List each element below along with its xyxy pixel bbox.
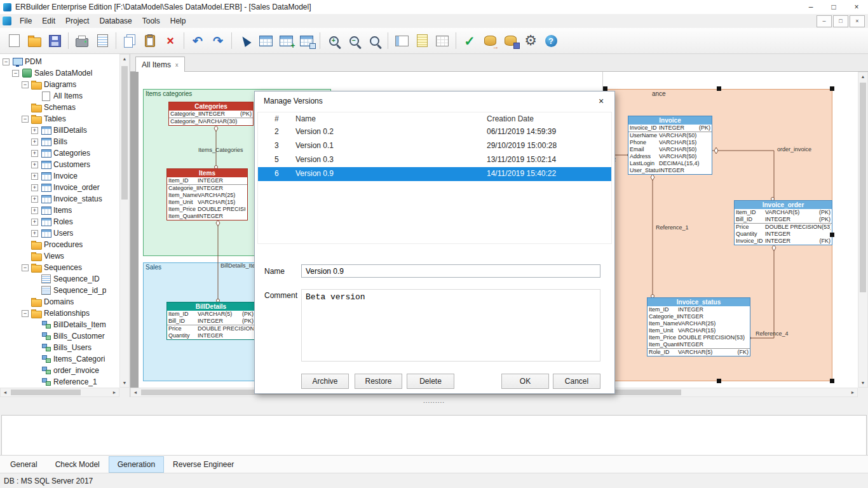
scrollbar-thumb[interactable] <box>11 390 81 395</box>
tree-item-sequences[interactable]: −Sequences <box>0 262 119 273</box>
settings-button[interactable]: ⚙ <box>520 30 541 51</box>
tree-vertical-scrollbar[interactable]: ▲ ▼ <box>119 54 130 388</box>
splitter-handle[interactable]: ......... <box>0 397 868 405</box>
print-button[interactable] <box>72 30 92 51</box>
tree-item-bills[interactable]: +Bills <box>0 136 119 147</box>
delete-button[interactable]: × <box>160 30 180 51</box>
tree-expander[interactable]: + <box>31 207 38 214</box>
scroll-up-arrow[interactable]: ▲ <box>858 72 867 81</box>
tree-item-diagrams[interactable]: −Diagrams <box>0 79 119 90</box>
tree-horizontal-scrollbar[interactable]: ◄ ► <box>0 388 119 397</box>
selection-handle[interactable] <box>830 233 834 237</box>
canvas-vertical-scrollbar[interactable]: ▲ ▼ <box>858 72 868 388</box>
diagram-table-billdetails[interactable]: BillDetailsItem_IDVARCHAR(5)(PK)Bill_IDI… <box>166 302 255 340</box>
check-model-button[interactable]: ✓ <box>459 30 480 51</box>
tree-expander[interactable]: + <box>31 196 38 203</box>
child-close-button[interactable]: × <box>850 15 865 27</box>
scroll-right-arrow[interactable]: ► <box>848 388 857 396</box>
tree-expander[interactable]: + <box>31 184 38 191</box>
version-comment-textarea[interactable]: Beta version <box>301 289 600 362</box>
tab-general[interactable]: General <box>1 456 46 473</box>
tree-item-billdetails[interactable]: +BillDetails <box>0 125 119 136</box>
tree-item-bills-customer[interactable]: Bills_Customer <box>0 330 119 342</box>
data-browser-button[interactable] <box>432 30 452 51</box>
version-row-version-0-1[interactable]: 3Version 0.129/10/2019 15:00:28 <box>258 139 611 153</box>
tree-item-users[interactable]: +Users <box>0 227 119 239</box>
menu-tools[interactable]: Tools <box>137 15 165 27</box>
tab-check-model[interactable]: Check Model <box>46 456 109 473</box>
forward-engineer-button[interactable] <box>480 30 500 51</box>
tree-expander[interactable]: + <box>31 150 38 157</box>
pointer-button[interactable] <box>235 30 255 51</box>
tree-item-schemas[interactable]: Schemas <box>0 102 119 113</box>
tree-item-all-items[interactable]: All Items <box>0 90 119 102</box>
dialog-close-button[interactable]: × <box>592 94 611 108</box>
tree-item-bills-users[interactable]: Bills_Users <box>0 342 119 353</box>
tree-item-categories[interactable]: +Categories <box>0 147 119 159</box>
new-view-button[interactable] <box>276 30 296 51</box>
save-button[interactable] <box>44 30 65 51</box>
tree-expander[interactable]: − <box>22 310 29 317</box>
tree-item-sales-datamodel[interactable]: −Sales DataModel <box>0 67 119 79</box>
selection-handle[interactable] <box>830 379 834 383</box>
menu-help[interactable]: Help <box>165 15 191 27</box>
selection-handle[interactable] <box>717 379 721 383</box>
paste-button[interactable] <box>140 30 160 51</box>
diagram-table-items[interactable]: ItemsItem_IDINTEGERCategorie_IDINTEGERIt… <box>166 168 248 220</box>
new-table-button[interactable] <box>255 30 276 51</box>
notes-button[interactable] <box>412 30 432 51</box>
tree-expander[interactable]: + <box>31 139 38 146</box>
delete-button[interactable]: Delete <box>407 374 454 389</box>
version-name-input[interactable] <box>301 264 600 278</box>
scroll-down-arrow[interactable]: ▼ <box>858 379 867 387</box>
window-maximize-button[interactable]: □ <box>822 0 845 14</box>
print-preview-button[interactable] <box>92 30 112 51</box>
redo-button[interactable]: ↷ <box>208 30 228 51</box>
open-file-button[interactable] <box>24 30 44 51</box>
menu-database[interactable]: Database <box>94 15 137 27</box>
tree-item-relationships[interactable]: −Relationships <box>0 308 119 319</box>
zoom-in-button[interactable]: + <box>323 30 344 51</box>
menu-edit[interactable]: Edit <box>37 15 60 27</box>
tree-item-invoice-status[interactable]: +Invoice_status <box>0 193 119 205</box>
tab-reverse-engineer[interactable]: Reverse Engineer <box>164 456 243 473</box>
selection-handle[interactable] <box>717 86 721 91</box>
window-minimize-button[interactable]: – <box>799 0 822 14</box>
cancel-button[interactable]: Cancel <box>553 374 600 389</box>
new-file-button[interactable] <box>4 30 24 51</box>
tree-expander[interactable]: + <box>31 127 38 134</box>
tree-item-procedures[interactable]: Procedures <box>0 239 119 250</box>
tree-item-reference-1[interactable]: Reference_1 <box>0 376 119 388</box>
scrollbar-thumb[interactable] <box>121 66 128 200</box>
tree-item-roles[interactable]: +Roles <box>0 216 119 227</box>
archive-button[interactable]: Archive <box>301 374 349 389</box>
undo-button[interactable]: ↶ <box>187 30 208 51</box>
child-minimize-button[interactable]: – <box>817 15 832 27</box>
selection-handle[interactable] <box>830 86 834 91</box>
help-button[interactable]: ? <box>541 30 561 51</box>
tab-close-icon[interactable]: x <box>175 62 179 68</box>
version-row-version-0-9[interactable]: 6Version 0.914/11/2019 15:40:22 <box>258 167 611 181</box>
diagram-table-invoice-order[interactable]: Invoice_orderItem_IDVARCHAR(5)(PK)Bill_I… <box>734 200 832 245</box>
tab-all-items[interactable]: All Items x <box>135 57 185 72</box>
tree-expander[interactable]: − <box>22 264 29 271</box>
copy-button[interactable] <box>119 30 140 51</box>
auto-layout-button[interactable] <box>296 30 316 51</box>
diagram-table-categories[interactable]: CategoriesCategorie_IDINTEGER(PK)Categor… <box>168 102 254 126</box>
tree-expander[interactable]: − <box>22 81 29 88</box>
tree-expander[interactable]: + <box>31 219 38 226</box>
tree-expander[interactable]: + <box>31 173 38 180</box>
window-close-button[interactable]: × <box>845 0 868 14</box>
zoom-out-button[interactable]: − <box>344 30 364 51</box>
zoom-button[interactable] <box>364 30 384 51</box>
tree-expander[interactable]: − <box>22 116 29 123</box>
scroll-up-arrow[interactable]: ▲ <box>120 55 129 63</box>
tab-generation[interactable]: Generation <box>109 456 164 473</box>
panel-splitter[interactable]: ......... <box>0 397 868 416</box>
menu-project[interactable]: Project <box>60 15 94 27</box>
tree-expander[interactable]: + <box>31 230 38 237</box>
tree-expander[interactable]: − <box>3 58 10 65</box>
tree-item-sequence-id[interactable]: Sequence_ID <box>0 273 119 285</box>
properties-panel-button[interactable] <box>391 30 412 51</box>
diagram-table-invoice[interactable]: InvoiceInvoice_IDINTEGER(PK)UserNameVARC… <box>628 116 712 175</box>
